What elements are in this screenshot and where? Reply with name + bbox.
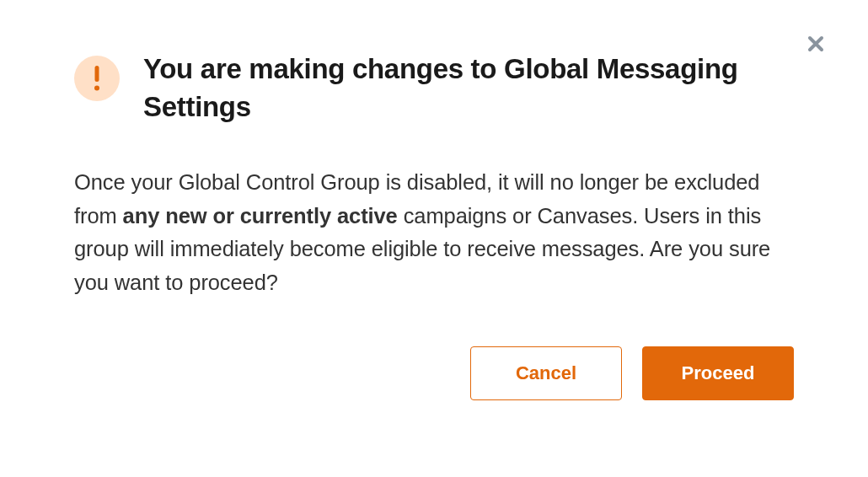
svg-point-1 [94,86,99,91]
modal-header: You are making changes to Global Messagi… [74,51,794,126]
proceed-button[interactable]: Proceed [642,346,794,400]
modal-body: Once your Global Control Group is disabl… [74,166,794,299]
close-icon [806,34,826,54]
warning-icon-circle [74,56,120,101]
body-text-bold: any new or currently active [123,204,398,228]
confirmation-modal: You are making changes to Global Messagi… [0,0,868,442]
svg-rect-0 [95,66,99,82]
cancel-button[interactable]: Cancel [470,346,622,400]
exclamation-icon [93,66,101,91]
modal-title: You are making changes to Global Messagi… [143,51,794,126]
button-row: Cancel Proceed [74,346,794,400]
close-button[interactable] [804,32,828,56]
